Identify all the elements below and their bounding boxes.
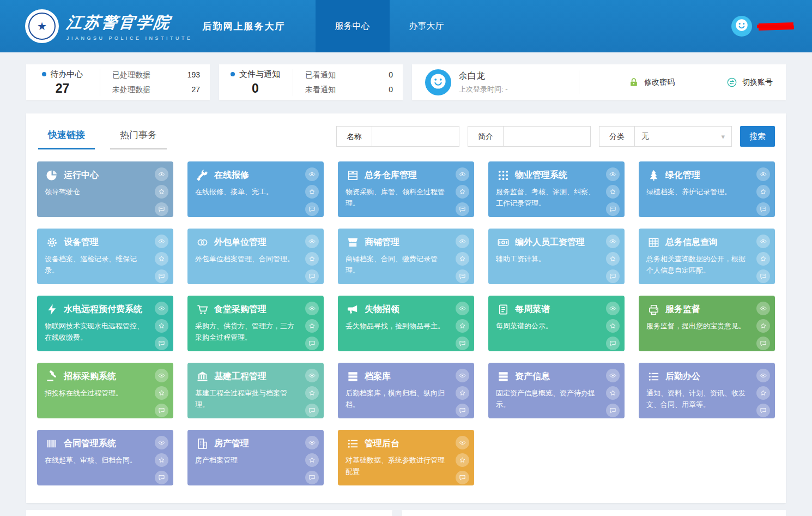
nav-item-service-hall[interactable]: 办事大厅 [390, 0, 464, 52]
comment-button[interactable] [456, 404, 469, 417]
comment-button[interactable] [305, 471, 319, 484]
comment-button[interactable] [756, 404, 770, 417]
tab-quick-links[interactable]: 快速链接 [38, 123, 95, 149]
favorite-button[interactable] [155, 319, 168, 333]
favorite-button[interactable] [155, 185, 168, 199]
favorite-button[interactable] [305, 319, 319, 333]
favorite-button[interactable] [606, 252, 620, 266]
favorite-button[interactable] [305, 185, 319, 199]
service-card-real-estate-mgmt[interactable]: 房产管理 房产档案管理 [187, 430, 324, 485]
service-card-warehouse-mgmt[interactable]: 总务仓库管理 物资采购、库管、领料全过程管理。 [338, 161, 474, 217]
comment-button[interactable] [606, 404, 620, 417]
service-card-logistics-office[interactable]: 后勤办公 通知、资料、计划、资讯、收发文、合同、用章等。 [639, 363, 775, 418]
view-button[interactable] [456, 235, 469, 248]
nav-item-service-center[interactable]: 服务中心 [316, 0, 390, 52]
view-button[interactable] [456, 436, 469, 449]
view-button[interactable] [305, 235, 319, 248]
favorite-button[interactable] [155, 252, 168, 266]
view-button[interactable] [155, 369, 168, 382]
comment-button[interactable] [456, 202, 469, 216]
comment-button[interactable] [155, 269, 168, 283]
view-button[interactable] [305, 167, 319, 181]
comment-button[interactable] [756, 269, 770, 283]
view-button[interactable] [155, 302, 168, 315]
view-button[interactable] [155, 235, 168, 248]
view-button[interactable] [456, 167, 469, 181]
favorite-button[interactable] [756, 319, 770, 333]
category-select[interactable]: 无 ▾ [635, 126, 732, 147]
favorite-button[interactable] [305, 386, 319, 400]
comment-button[interactable] [456, 337, 469, 350]
user-avatar-icon[interactable] [731, 16, 752, 37]
comment-button[interactable] [606, 269, 620, 283]
view-button[interactable] [756, 369, 770, 382]
view-button[interactable] [756, 302, 770, 315]
comment-button[interactable] [756, 337, 770, 350]
service-card-general-info-query[interactable]: 总务信息查询 总务相关查询数据的公开，根据个人信息自定匹配。 [639, 229, 775, 284]
service-card-utility-prepaid[interactable]: 水电远程预付费系统 物联网技术实现水电远程管控、在线收缴费。 [37, 296, 173, 351]
favorite-button[interactable] [606, 319, 620, 333]
comment-button[interactable] [155, 471, 168, 484]
favorite-button[interactable] [155, 386, 168, 400]
service-card-shop-mgmt[interactable]: 商铺管理 商铺档案、合同、缴费记录管理。 [338, 229, 474, 284]
service-card-weekly-menu[interactable]: 每周菜谱 每周菜谱的公示。 [488, 296, 625, 351]
service-card-admin-backend[interactable]: 管理后台 对基础数据、系统参数进行管理配置 [338, 430, 474, 485]
comment-button[interactable] [305, 337, 319, 350]
view-button[interactable] [305, 436, 319, 449]
comment-button[interactable] [155, 202, 168, 216]
service-card-equipment-mgmt[interactable]: 设备管理 设备档案、巡检记录、维保记录。 [37, 229, 173, 284]
service-card-canteen-procurement[interactable]: 食堂采购管理 采购方、供货方、管理方，三方采购全过程管理。 [187, 296, 324, 351]
service-card-archive-library[interactable]: 档案库 后勤档案库，横向归档、纵向归档。 [338, 363, 474, 418]
comment-button[interactable] [456, 471, 469, 484]
favorite-button[interactable] [305, 453, 319, 467]
comment-button[interactable] [606, 337, 620, 350]
comment-button[interactable] [305, 269, 319, 283]
search-button[interactable]: 搜索 [740, 126, 775, 147]
favorite-button[interactable] [756, 252, 770, 266]
favorite-button[interactable] [606, 386, 620, 400]
favorite-button[interactable] [756, 185, 770, 199]
view-button[interactable] [305, 302, 319, 315]
service-card-greening-mgmt[interactable]: 绿化管理 绿植档案、养护记录管理。 [639, 161, 775, 217]
view-button[interactable] [606, 302, 620, 315]
favorite-button[interactable] [155, 453, 168, 467]
service-card-service-supervision[interactable]: 服务监督 服务监督，提出您的宝贵意见。 [639, 296, 775, 351]
service-card-online-repair[interactable]: 在线报修 在线报修、接单、完工。 [187, 161, 324, 217]
tab-hot-affairs[interactable]: 热门事务 [110, 123, 167, 149]
view-button[interactable] [606, 235, 620, 248]
view-button[interactable] [606, 167, 620, 181]
view-button[interactable] [756, 167, 770, 181]
service-card-operations-center[interactable]: 运行中心 领导驾驶仓 [37, 161, 173, 217]
comment-button[interactable] [606, 202, 620, 216]
favorite-button[interactable] [456, 319, 469, 333]
comment-button[interactable] [155, 337, 168, 350]
service-card-lost-and-found[interactable]: 失物招领 丢失物品寻找，捡到物品寻主。 [338, 296, 474, 351]
change-password-button[interactable]: 修改密码 [628, 77, 675, 88]
view-button[interactable] [155, 436, 168, 449]
view-button[interactable] [155, 167, 168, 181]
comment-button[interactable] [456, 269, 469, 283]
favorite-button[interactable] [456, 386, 469, 400]
view-button[interactable] [756, 235, 770, 248]
service-card-extra-staff-salary[interactable]: 编外人员工资管理 辅助工资计算。 [488, 229, 625, 284]
service-card-property-mgmt[interactable]: 物业管理系统 服务监督、考核、评测、纠察、工作记录管理。 [488, 161, 625, 217]
comment-button[interactable] [305, 202, 319, 216]
switch-account-button[interactable]: 切换账号 [726, 77, 773, 88]
favorite-button[interactable] [756, 386, 770, 400]
comment-button[interactable] [756, 202, 770, 216]
view-button[interactable] [456, 369, 469, 382]
service-card-bidding-procurement[interactable]: 招标采购系统 招投标在线全过程管理。 [37, 363, 173, 418]
name-input[interactable] [372, 126, 459, 147]
favorite-button[interactable] [305, 252, 319, 266]
view-button[interactable] [456, 302, 469, 315]
service-card-outsourcing-mgmt[interactable]: 外包单位管理 外包单位档案管理、合同管理。 [187, 229, 324, 284]
favorite-button[interactable] [606, 185, 620, 199]
favorite-button[interactable] [456, 185, 469, 199]
comment-button[interactable] [305, 404, 319, 417]
service-card-construction-mgmt[interactable]: 基建工程管理 基建工程全过程审批与档案管理。 [187, 363, 324, 418]
view-button[interactable] [606, 369, 620, 382]
service-card-asset-info[interactable]: 资产信息 固定资产信息概览、资产待办提示。 [488, 363, 625, 418]
comment-button[interactable] [155, 404, 168, 417]
intro-input[interactable] [504, 126, 591, 147]
service-card-contract-mgmt[interactable]: 合同管理系统 在线起草、审核、归档合同。 [37, 430, 173, 485]
